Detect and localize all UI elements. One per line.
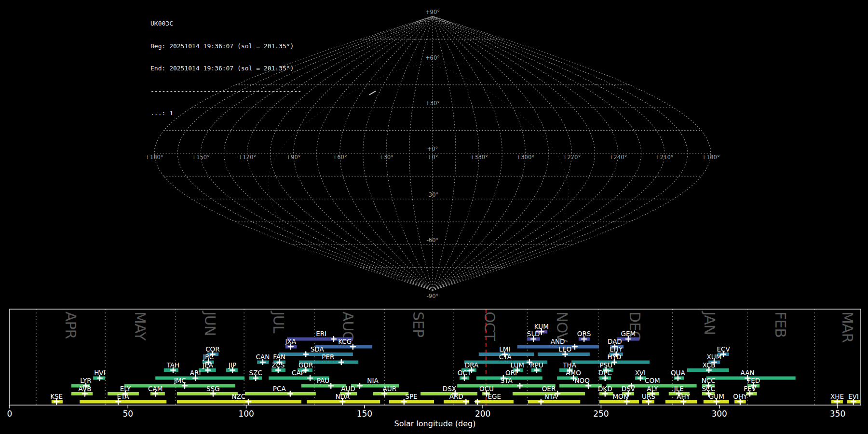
shower-bar-ari: [155, 377, 244, 380]
skymap-lon-label: +150°: [191, 154, 209, 161]
x-tick-label: 200: [475, 409, 490, 419]
shower-label-per: PER: [322, 353, 334, 361]
skymap-lon-label: +180°: [145, 154, 163, 161]
shower-bar-and: [517, 345, 599, 349]
shower-bar-aur: [373, 392, 408, 395]
shower-label-ocu: OCU: [479, 385, 494, 393]
month-label-mar: MAR: [839, 312, 856, 342]
shower-label-ohy: OHY: [733, 393, 747, 400]
x-tick-label: 0: [7, 409, 13, 419]
skymap-lon-label: +300°: [516, 154, 534, 161]
shower-label-szc: SZC: [249, 369, 262, 377]
shower-label-urs: URS: [642, 393, 655, 400]
shower-label-ehy: EHY: [610, 345, 623, 353]
shower-label-qua: QUA: [671, 369, 686, 377]
skymap-lon-label: +0°: [427, 154, 438, 161]
month-label-apr: APR: [62, 312, 79, 339]
shower-label-fan: FAN: [273, 353, 285, 361]
shower-label-dkd: DKD: [598, 385, 612, 393]
month-label-sep: SEP: [410, 312, 427, 338]
month-label-oct: OCT: [481, 312, 498, 341]
shower-label-kcg: KCG: [338, 338, 352, 345]
shower-label-nta: NTA: [544, 393, 557, 400]
shower-label-cam: CAM: [148, 385, 163, 393]
shower-label-jea: JEA: [202, 361, 214, 369]
shower-label-kum: KUM: [534, 323, 549, 330]
shower-label-zcs: ZCS: [271, 361, 285, 369]
x-tick-label: 100: [238, 409, 254, 419]
shower-label-hvi: HVI: [94, 369, 105, 377]
shower-label-kse: KSE: [50, 393, 63, 400]
shower-bar-mon: [599, 400, 639, 404]
shower-label-sda: SDA: [311, 345, 325, 353]
skymap-lat-label: -30°: [427, 191, 439, 198]
skymap-lat-label: +90°: [425, 9, 440, 15]
skymap-lat-label: +0°: [427, 146, 438, 152]
shower-label-pca: PCA: [273, 385, 286, 393]
shower-label-jxa: JXA: [285, 338, 297, 345]
month-label-may: MAY: [132, 312, 149, 341]
shower-label-eta: ETA: [117, 393, 129, 400]
shower-label-avb: AVB: [79, 385, 92, 393]
shower-label-gdr: GDR: [298, 361, 313, 369]
shower-label-ncc: NCC: [702, 377, 716, 384]
shower-label-cap: CAP: [292, 369, 305, 377]
skymap-lat-label: -90°: [427, 293, 439, 299]
month-label-jun: JUN: [202, 311, 218, 336]
shower-bar-sda: [279, 353, 353, 356]
shower-bar-eta: [80, 400, 166, 404]
shower-label-dad: DAD: [608, 338, 622, 345]
shower-label-aly: ALY: [647, 385, 658, 393]
shower-label-gum: GUM: [709, 393, 724, 400]
x-tick-label: 50: [122, 409, 133, 419]
x-tick-label: 300: [711, 409, 727, 419]
shower-label-ard: ARD: [449, 393, 463, 400]
skymap-lon-label: +90°: [286, 154, 300, 161]
axis-ticks: 050100150200250300350: [7, 405, 846, 419]
shower-label-ori: ORI: [505, 369, 517, 377]
shower-label-xum: XUM: [707, 353, 722, 361]
shower-bar-nta: [528, 400, 580, 404]
meteor-count: ...: 1: [150, 109, 301, 117]
month-label-jul: JUL: [270, 311, 287, 334]
skymap-lon-label: +210°: [655, 154, 673, 161]
axis-label: Solar longitude (deg): [394, 419, 476, 428]
shower-label-jrc: JRC: [203, 353, 214, 361]
shower-bar-ege: [475, 400, 514, 404]
skymap-lon-label: +270°: [563, 154, 581, 161]
month-label-jan: JAN: [701, 311, 718, 335]
shower-label-mon: MON: [612, 393, 628, 400]
shower-label-lyr: LYR: [80, 377, 91, 384]
shower-bar-ssg: [177, 392, 238, 395]
shower-label-aan: AAN: [741, 369, 755, 377]
shower-label-dsv: DSV: [622, 385, 636, 393]
shower-label-dsx: DSX: [443, 385, 456, 393]
begin-timestamp: Beg: 20251014 19:36:07 (sol = 201.35°): [150, 42, 301, 50]
shower-label-eri: ERI: [316, 330, 326, 338]
shower-label-xcb: XCB: [703, 361, 716, 369]
skymap-lon-label: +60°: [333, 154, 347, 161]
skymap-lat-label: +30°: [425, 100, 440, 107]
shower-label-dpc: DPC: [598, 369, 612, 377]
shower-label-can: CAN: [256, 353, 270, 361]
shower-label-scc: SCC: [702, 385, 715, 393]
skymap-lat-label: -60°: [427, 237, 439, 244]
shower-label-aur: AUR: [383, 385, 397, 393]
meteor-trail-line: [369, 91, 375, 95]
shower-label-ari: ARI: [190, 369, 201, 377]
shower-label-rpu: RPU: [530, 361, 543, 369]
month-label-feb: FEB: [772, 312, 789, 338]
radiant-map-screen: +90°+60°+30°+0°-30°-60°-90°+180°+150°+12…: [0, 0, 868, 434]
shower-label-nda: NDA: [335, 393, 350, 400]
meteor-trail: [369, 91, 375, 95]
month-labels: APRMAYJUNJULAUGSEPOCTNOVDECJANFEBMAR: [62, 311, 856, 343]
shower-label-nzc: NZC: [231, 393, 245, 400]
x-axis-title: Solar longitude (deg): [394, 419, 476, 428]
shower-label-tah: TAH: [166, 361, 180, 369]
shower-label-fev: FEV: [744, 385, 756, 393]
shower-bars: KUMERISLDORSGEMJXAKCGANDDADCORSDALMILEOE…: [50, 323, 860, 404]
shower-label-psu: PSU: [599, 361, 612, 369]
x-tick-label: 350: [830, 409, 845, 419]
shower-label-sld: SLD: [527, 330, 540, 338]
shower-bar-noo: [559, 384, 602, 388]
